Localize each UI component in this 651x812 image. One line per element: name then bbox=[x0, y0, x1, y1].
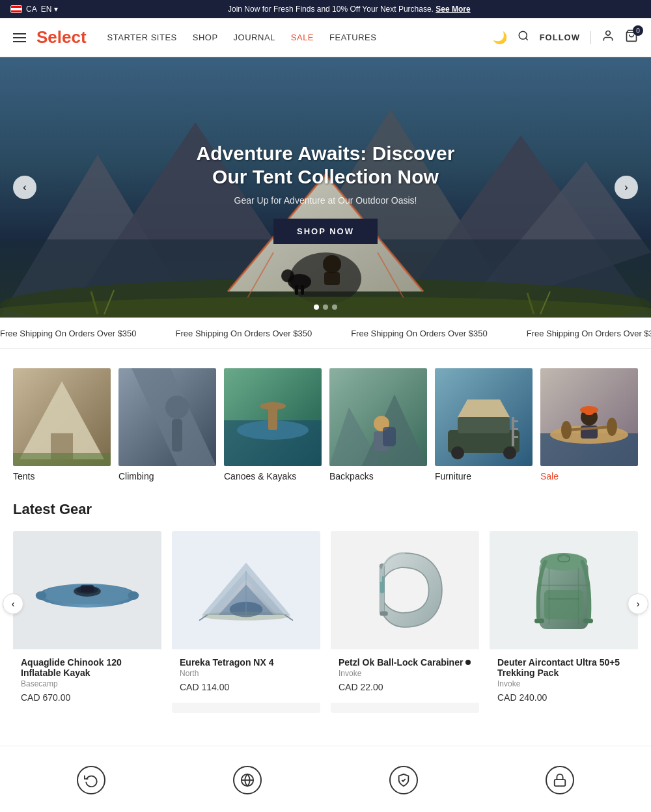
svg-rect-23 bbox=[301, 285, 304, 295]
svg-point-53 bbox=[503, 446, 516, 459]
category-canoes-label: Canoes & Kayaks bbox=[224, 471, 322, 481]
ticker-item: Free Shipping On Orders Over $350 bbox=[351, 329, 488, 338]
hero-content: Adventure Awaits: Discover Our Tent Coll… bbox=[195, 142, 456, 244]
category-climbing[interactable]: Climbing bbox=[118, 368, 216, 481]
svg-point-73 bbox=[36, 591, 47, 600]
nav-divider bbox=[590, 31, 591, 44]
gear-name-tent: Eureka Tetragon NX 4 bbox=[180, 657, 312, 668]
hero-subtitle: Gear Up for Adventure at Our Outdoor Oas… bbox=[195, 195, 456, 206]
nav-starter-sites[interactable]: STARTER SITES bbox=[107, 33, 177, 42]
cart-icon[interactable]: 0 bbox=[625, 29, 638, 46]
ticker-item: Free Shipping On Orders Over $350 bbox=[527, 329, 651, 338]
ticker-item: Free Shipping On Orders Over $350 bbox=[176, 329, 312, 338]
svg-rect-72 bbox=[81, 585, 94, 593]
svg-rect-85 bbox=[380, 612, 388, 616]
top-bar-announcement: Join Now for Fresh Finds and 10% Off You… bbox=[58, 5, 641, 14]
hero-next-button[interactable]: › bbox=[615, 176, 638, 199]
svg-rect-67 bbox=[585, 407, 594, 415]
category-sale[interactable]: Sale bbox=[540, 368, 638, 481]
footer-global-icon-item[interactable] bbox=[233, 766, 262, 794]
svg-point-65 bbox=[607, 418, 617, 436]
see-more-link[interactable]: See More bbox=[436, 5, 470, 14]
nav-shop[interactable]: SHOP bbox=[193, 33, 218, 42]
top-bar: CA EN ▾ Join Now for Fresh Finds and 10%… bbox=[0, 0, 651, 18]
hero-dots bbox=[314, 304, 337, 310]
follow-button[interactable]: FOLLOW bbox=[540, 33, 580, 42]
svg-rect-90 bbox=[544, 590, 583, 619]
search-icon[interactable] bbox=[518, 30, 529, 45]
gear-card-backpack[interactable]: Deuter Aircontact Ultra 50+5 Trekking Pa… bbox=[490, 531, 638, 713]
hero-prev-button[interactable]: ‹ bbox=[13, 176, 36, 199]
svg-point-35 bbox=[165, 396, 189, 419]
footer-verified-icon-item[interactable] bbox=[389, 766, 418, 794]
ticker-inner: Free Shipping On Orders Over $350 Free S… bbox=[0, 329, 651, 338]
hero-dot-1[interactable] bbox=[314, 304, 319, 310]
gear-prev-button[interactable]: ‹ bbox=[3, 593, 23, 614]
category-tents-label: Tents bbox=[13, 471, 111, 481]
country-label[interactable]: CA bbox=[26, 5, 37, 14]
footer-icons-row bbox=[0, 746, 651, 812]
gear-card-tent[interactable]: Eureka Tetragon NX 4 North CAD 114.00 bbox=[172, 531, 320, 713]
category-backpacks-label: Backpacks bbox=[329, 471, 427, 481]
language-label[interactable]: EN ▾ bbox=[41, 5, 58, 14]
gear-card-carabiner[interactable]: Petzl Ok Ball-Lock Carabiner Invoke CAD … bbox=[331, 531, 479, 713]
navbar: Select STARTER SITES SHOP JOURNAL SALE F… bbox=[0, 18, 651, 57]
gear-brand-tent: North bbox=[180, 669, 312, 678]
category-canoes[interactable]: Canoes & Kayaks bbox=[224, 368, 322, 481]
ticker-bar: Free Shipping On Orders Over $350 Free S… bbox=[0, 318, 651, 349]
svg-point-41 bbox=[260, 402, 286, 410]
footer-return-icon-item[interactable] bbox=[77, 766, 105, 794]
svg-point-74 bbox=[128, 591, 139, 600]
cart-count: 0 bbox=[633, 25, 643, 36]
category-climbing-label: Climbing bbox=[118, 471, 216, 481]
category-tents[interactable]: Tents bbox=[13, 368, 111, 481]
gear-next-button[interactable]: › bbox=[628, 593, 648, 614]
gear-price-backpack: CAD 240.00 bbox=[497, 692, 630, 703]
hero-dot-2[interactable] bbox=[323, 304, 328, 310]
footer-security-icon-item[interactable] bbox=[546, 766, 574, 794]
hero-cta-button[interactable]: SHOP NOW bbox=[273, 219, 378, 244]
svg-point-64 bbox=[561, 421, 572, 439]
account-icon[interactable] bbox=[602, 29, 615, 46]
site-logo[interactable]: Select bbox=[36, 27, 87, 47]
latest-gear-section: Latest Gear bbox=[0, 488, 651, 733]
gear-card-kayak[interactable]: Aquaglide Chinook 120 Inflatable Kayak B… bbox=[13, 531, 161, 713]
gear-name-carabiner: Petzl Ok Ball-Lock Carabiner bbox=[339, 657, 471, 668]
gear-info-kayak: Aquaglide Chinook 120 Inflatable Kayak B… bbox=[13, 649, 161, 713]
gear-info-carabiner: Petzl Ok Ball-Lock Carabiner Invoke CAD … bbox=[331, 649, 479, 703]
svg-rect-50 bbox=[458, 417, 510, 433]
gear-price-tent: CAD 114.00 bbox=[180, 682, 312, 692]
security-icon bbox=[546, 766, 574, 794]
svg-rect-22 bbox=[295, 285, 298, 295]
flag-icon bbox=[10, 5, 22, 13]
svg-rect-47 bbox=[383, 427, 396, 446]
nav-journal[interactable]: JOURNAL bbox=[234, 33, 275, 42]
svg-rect-93 bbox=[583, 619, 593, 624]
global-icon bbox=[233, 766, 262, 794]
category-furniture-label: Furniture bbox=[435, 471, 533, 481]
gear-carousel: Aquaglide Chinook 120 Inflatable Kayak B… bbox=[13, 531, 638, 713]
svg-rect-40 bbox=[268, 407, 277, 430]
svg-rect-56 bbox=[512, 428, 518, 430]
category-backpacks[interactable]: Backpacks bbox=[329, 368, 427, 481]
svg-rect-92 bbox=[534, 619, 544, 624]
svg-point-2 bbox=[606, 31, 611, 36]
nav-features[interactable]: FEATURES bbox=[329, 33, 376, 42]
latest-gear-title: Latest Gear bbox=[13, 501, 638, 518]
return-icon bbox=[77, 766, 105, 794]
category-furniture[interactable]: Furniture bbox=[435, 368, 533, 481]
svg-line-1 bbox=[525, 38, 527, 40]
dark-mode-icon[interactable]: 🌙 bbox=[493, 31, 507, 45]
gear-price-carabiner: CAD 22.00 bbox=[339, 682, 471, 692]
nav-sale[interactable]: SALE bbox=[291, 33, 314, 42]
svg-point-0 bbox=[519, 31, 527, 39]
gear-name-kayak: Aquaglide Chinook 120 Inflatable Kayak bbox=[21, 657, 154, 678]
gear-brand-kayak: Basecamp bbox=[21, 679, 154, 688]
svg-point-21 bbox=[281, 269, 294, 282]
svg-rect-19 bbox=[324, 272, 340, 285]
hero-dot-3[interactable] bbox=[332, 304, 337, 310]
svg-rect-32 bbox=[13, 453, 111, 466]
gear-name-backpack: Deuter Aircontact Ultra 50+5 Trekking Pa… bbox=[497, 657, 630, 678]
categories-grid: Tents Climbing bbox=[13, 368, 638, 481]
hamburger-menu[interactable] bbox=[13, 33, 26, 42]
